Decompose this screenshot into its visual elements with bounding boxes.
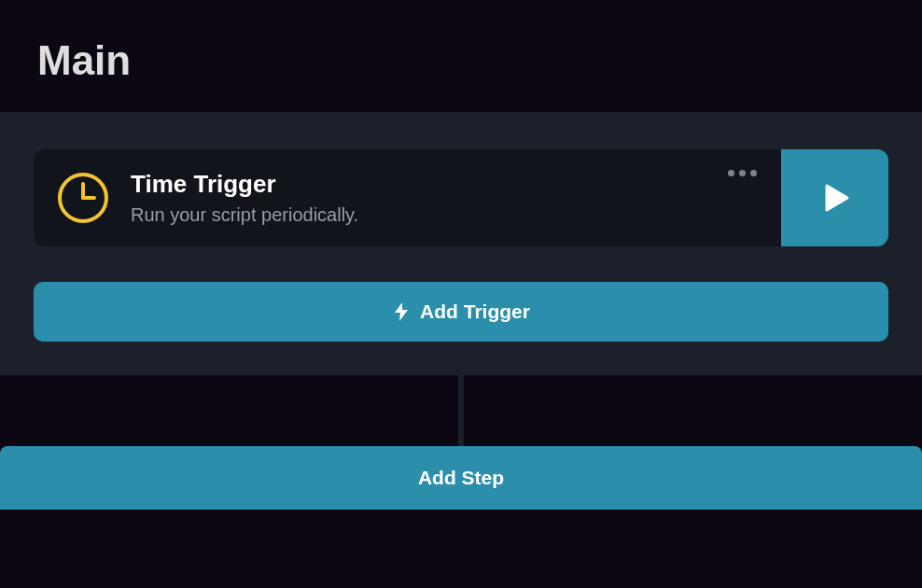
clock-icon <box>56 171 110 225</box>
page-title: Main <box>37 37 885 84</box>
trigger-card-body[interactable]: Time Trigger Run your script periodicall… <box>34 149 704 246</box>
bolt-icon <box>392 301 411 323</box>
header: Main <box>0 0 922 112</box>
trigger-title: Time Trigger <box>131 170 681 199</box>
add-trigger-label: Add Trigger <box>420 301 530 323</box>
add-step-label: Add Step <box>418 467 504 488</box>
trigger-card: Time Trigger Run your script periodicall… <box>34 149 888 246</box>
step-connector <box>458 375 464 446</box>
more-options-button[interactable] <box>704 170 781 176</box>
trigger-info: Time Trigger Run your script periodicall… <box>131 170 681 226</box>
triggers-section: Time Trigger Run your script periodicall… <box>0 112 922 375</box>
run-button[interactable] <box>781 149 888 246</box>
add-step-button[interactable]: Add Step <box>0 446 922 510</box>
trigger-subtitle: Run your script periodically. <box>131 204 681 226</box>
ellipsis-icon <box>728 170 757 176</box>
play-icon <box>816 178 855 217</box>
add-trigger-button[interactable]: Add Trigger <box>34 282 888 342</box>
